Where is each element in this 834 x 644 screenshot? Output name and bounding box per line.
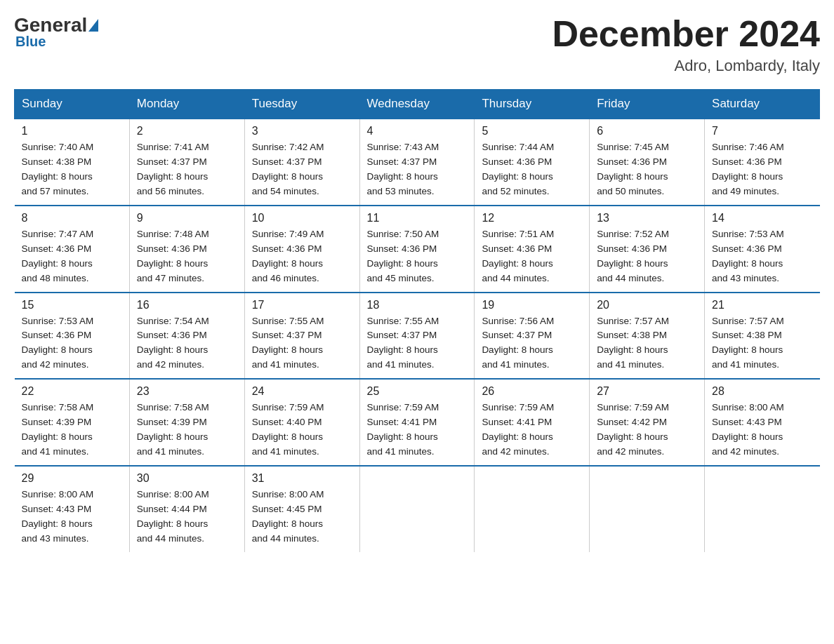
day-info: Sunrise: 7:59 AM Sunset: 4:40 PM Dayligh… bbox=[252, 401, 352, 459]
day-cell: 27 Sunrise: 7:59 AM Sunset: 4:42 PM Dayl… bbox=[590, 379, 705, 466]
header-thursday: Thursday bbox=[475, 90, 590, 119]
day-info: Sunrise: 7:52 AM Sunset: 4:36 PM Dayligh… bbox=[597, 227, 697, 286]
day-info: Sunrise: 7:58 AM Sunset: 4:39 PM Dayligh… bbox=[22, 401, 122, 459]
day-number: 14 bbox=[712, 212, 812, 224]
header-friday: Friday bbox=[590, 90, 705, 119]
day-info: Sunrise: 7:40 AM Sunset: 4:38 PM Dayligh… bbox=[22, 140, 122, 199]
day-cell: 23 Sunrise: 7:58 AM Sunset: 4:39 PM Dayl… bbox=[129, 379, 244, 466]
day-cell: 9 Sunrise: 7:48 AM Sunset: 4:36 PM Dayli… bbox=[129, 206, 244, 293]
day-cell bbox=[705, 466, 820, 552]
day-number: 30 bbox=[137, 472, 237, 485]
header-wednesday: Wednesday bbox=[359, 90, 475, 119]
day-number: 31 bbox=[252, 472, 352, 485]
week-row-2: 8 Sunrise: 7:47 AM Sunset: 4:36 PM Dayli… bbox=[15, 206, 820, 293]
week-row-4: 22 Sunrise: 7:58 AM Sunset: 4:39 PM Dayl… bbox=[15, 379, 820, 466]
day-number: 29 bbox=[22, 472, 122, 485]
day-cell: 22 Sunrise: 7:58 AM Sunset: 4:39 PM Dayl… bbox=[15, 379, 130, 466]
day-number: 12 bbox=[482, 212, 582, 224]
day-info: Sunrise: 7:42 AM Sunset: 4:37 PM Dayligh… bbox=[252, 140, 352, 199]
week-row-5: 29 Sunrise: 8:00 AM Sunset: 4:43 PM Dayl… bbox=[15, 466, 820, 552]
day-cell: 8 Sunrise: 7:47 AM Sunset: 4:36 PM Dayli… bbox=[15, 206, 130, 293]
day-info: Sunrise: 7:50 AM Sunset: 4:36 PM Dayligh… bbox=[367, 227, 468, 286]
day-number: 2 bbox=[137, 125, 237, 137]
day-info: Sunrise: 7:48 AM Sunset: 4:36 PM Dayligh… bbox=[137, 227, 237, 286]
day-info: Sunrise: 7:57 AM Sunset: 4:38 PM Dayligh… bbox=[597, 314, 697, 373]
day-cell: 7 Sunrise: 7:46 AM Sunset: 4:36 PM Dayli… bbox=[705, 119, 820, 206]
day-info: Sunrise: 7:41 AM Sunset: 4:37 PM Dayligh… bbox=[137, 140, 237, 199]
day-cell: 30 Sunrise: 8:00 AM Sunset: 4:44 PM Dayl… bbox=[129, 466, 244, 552]
day-info: Sunrise: 7:59 AM Sunset: 4:42 PM Dayligh… bbox=[597, 401, 697, 459]
header-saturday: Saturday bbox=[705, 90, 820, 119]
day-number: 6 bbox=[597, 125, 697, 137]
week-row-1: 1 Sunrise: 7:40 AM Sunset: 4:38 PM Dayli… bbox=[15, 119, 820, 206]
day-cell: 11 Sunrise: 7:50 AM Sunset: 4:36 PM Dayl… bbox=[359, 206, 475, 293]
logo-triangle-icon bbox=[88, 19, 98, 32]
day-number: 27 bbox=[597, 385, 697, 398]
day-number: 28 bbox=[712, 385, 812, 398]
header-tuesday: Tuesday bbox=[244, 90, 359, 119]
day-cell: 5 Sunrise: 7:44 AM Sunset: 4:36 PM Dayli… bbox=[475, 119, 590, 206]
logo-blue: Blue bbox=[15, 34, 46, 50]
day-cell: 16 Sunrise: 7:54 AM Sunset: 4:36 PM Dayl… bbox=[129, 293, 244, 380]
day-number: 10 bbox=[252, 212, 352, 224]
day-info: Sunrise: 7:55 AM Sunset: 4:37 PM Dayligh… bbox=[252, 314, 352, 373]
day-info: Sunrise: 7:58 AM Sunset: 4:39 PM Dayligh… bbox=[137, 401, 237, 459]
day-number: 1 bbox=[22, 125, 122, 137]
day-number: 9 bbox=[137, 212, 237, 224]
day-cell: 18 Sunrise: 7:55 AM Sunset: 4:37 PM Dayl… bbox=[359, 293, 475, 380]
day-cell: 28 Sunrise: 8:00 AM Sunset: 4:43 PM Dayl… bbox=[705, 379, 820, 466]
day-info: Sunrise: 7:47 AM Sunset: 4:36 PM Dayligh… bbox=[22, 227, 122, 286]
day-info: Sunrise: 8:00 AM Sunset: 4:43 PM Dayligh… bbox=[22, 488, 122, 546]
location-title: Adro, Lombardy, Italy bbox=[552, 57, 820, 75]
day-cell: 1 Sunrise: 7:40 AM Sunset: 4:38 PM Dayli… bbox=[15, 119, 130, 206]
day-number: 24 bbox=[252, 385, 352, 398]
day-info: Sunrise: 7:59 AM Sunset: 4:41 PM Dayligh… bbox=[367, 401, 468, 459]
day-number: 26 bbox=[482, 385, 582, 398]
day-cell: 21 Sunrise: 7:57 AM Sunset: 4:38 PM Dayl… bbox=[705, 293, 820, 380]
day-cell: 31 Sunrise: 8:00 AM Sunset: 4:45 PM Dayl… bbox=[244, 466, 359, 552]
day-cell: 10 Sunrise: 7:49 AM Sunset: 4:36 PM Dayl… bbox=[244, 206, 359, 293]
header-monday: Monday bbox=[129, 90, 244, 119]
day-info: Sunrise: 7:45 AM Sunset: 4:36 PM Dayligh… bbox=[597, 140, 697, 199]
day-info: Sunrise: 7:53 AM Sunset: 4:36 PM Dayligh… bbox=[22, 314, 122, 373]
day-cell: 6 Sunrise: 7:45 AM Sunset: 4:36 PM Dayli… bbox=[590, 119, 705, 206]
day-info: Sunrise: 8:00 AM Sunset: 4:44 PM Dayligh… bbox=[137, 488, 237, 546]
week-row-3: 15 Sunrise: 7:53 AM Sunset: 4:36 PM Dayl… bbox=[15, 293, 820, 380]
header-sunday: Sunday bbox=[15, 90, 130, 119]
day-cell: 2 Sunrise: 7:41 AM Sunset: 4:37 PM Dayli… bbox=[129, 119, 244, 206]
page-header: General Blue December 2024 Adro, Lombard… bbox=[14, 14, 820, 75]
day-number: 11 bbox=[367, 212, 468, 224]
day-cell: 12 Sunrise: 7:51 AM Sunset: 4:36 PM Dayl… bbox=[475, 206, 590, 293]
day-info: Sunrise: 7:46 AM Sunset: 4:36 PM Dayligh… bbox=[712, 140, 812, 199]
day-info: Sunrise: 7:49 AM Sunset: 4:36 PM Dayligh… bbox=[252, 227, 352, 286]
day-info: Sunrise: 7:44 AM Sunset: 4:36 PM Dayligh… bbox=[482, 140, 582, 199]
day-number: 17 bbox=[252, 299, 352, 311]
day-cell: 17 Sunrise: 7:55 AM Sunset: 4:37 PM Dayl… bbox=[244, 293, 359, 380]
day-info: Sunrise: 7:54 AM Sunset: 4:36 PM Dayligh… bbox=[137, 314, 237, 373]
day-number: 19 bbox=[482, 299, 582, 311]
day-number: 13 bbox=[597, 212, 697, 224]
day-info: Sunrise: 8:00 AM Sunset: 4:43 PM Dayligh… bbox=[712, 401, 812, 459]
calendar-table: SundayMondayTuesdayWednesdayThursdayFrid… bbox=[14, 89, 820, 551]
day-number: 21 bbox=[712, 299, 812, 311]
day-cell: 3 Sunrise: 7:42 AM Sunset: 4:37 PM Dayli… bbox=[244, 119, 359, 206]
day-info: Sunrise: 7:51 AM Sunset: 4:36 PM Dayligh… bbox=[482, 227, 582, 286]
day-info: Sunrise: 7:43 AM Sunset: 4:37 PM Dayligh… bbox=[367, 140, 468, 199]
day-cell: 15 Sunrise: 7:53 AM Sunset: 4:36 PM Dayl… bbox=[15, 293, 130, 380]
day-cell: 14 Sunrise: 7:53 AM Sunset: 4:36 PM Dayl… bbox=[705, 206, 820, 293]
day-info: Sunrise: 7:59 AM Sunset: 4:41 PM Dayligh… bbox=[482, 401, 582, 459]
day-number: 16 bbox=[137, 299, 237, 311]
month-title: December 2024 bbox=[552, 14, 820, 54]
day-info: Sunrise: 7:56 AM Sunset: 4:37 PM Dayligh… bbox=[482, 314, 582, 373]
header-row: SundayMondayTuesdayWednesdayThursdayFrid… bbox=[15, 90, 820, 119]
day-number: 20 bbox=[597, 299, 697, 311]
day-cell: 13 Sunrise: 7:52 AM Sunset: 4:36 PM Dayl… bbox=[590, 206, 705, 293]
day-cell: 26 Sunrise: 7:59 AM Sunset: 4:41 PM Dayl… bbox=[475, 379, 590, 466]
day-cell: 24 Sunrise: 7:59 AM Sunset: 4:40 PM Dayl… bbox=[244, 379, 359, 466]
day-number: 15 bbox=[22, 299, 122, 311]
day-number: 22 bbox=[22, 385, 122, 398]
day-info: Sunrise: 7:55 AM Sunset: 4:37 PM Dayligh… bbox=[367, 314, 468, 373]
day-cell bbox=[475, 466, 590, 552]
day-number: 5 bbox=[482, 125, 582, 137]
day-number: 18 bbox=[367, 299, 468, 311]
